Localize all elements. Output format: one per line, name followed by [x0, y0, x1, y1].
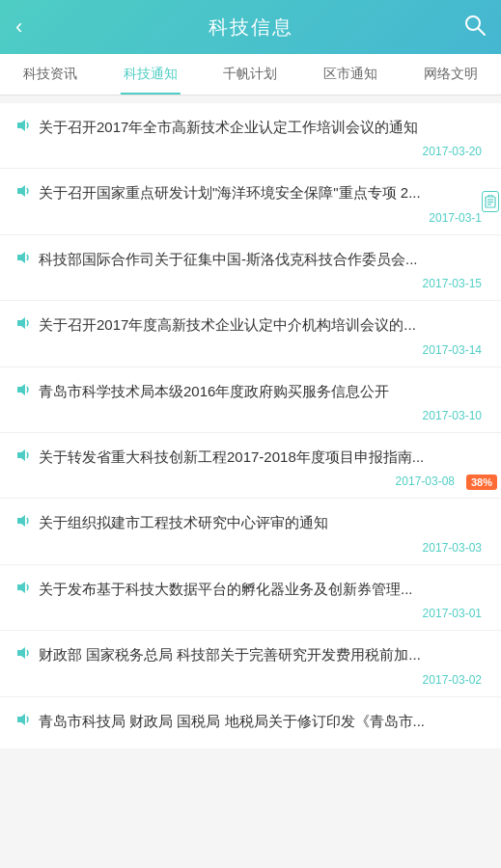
back-button[interactable]: ‹ [15, 16, 22, 38]
svg-marker-14 [17, 647, 25, 659]
news-date-4: 2017-03-10 [15, 409, 486, 422]
app-header: ‹ 科技信息 [0, 0, 501, 54]
news-item-3[interactable]: 关于召开2017年度高新技术企业认定中介机构培训会议的... 2017-03-1… [0, 301, 501, 366]
tab-keji-tongzhi[interactable]: 科技通知 [100, 54, 201, 95]
svg-line-1 [479, 28, 486, 35]
news-item-9[interactable]: 青岛市科技局 财政局 国税局 地税局关于修订印发《青岛市... [0, 697, 501, 748]
speaker-icon-5 [15, 448, 31, 469]
tab-wangluo-wenming[interactable]: 网络文明 [401, 54, 501, 95]
news-title-6: 关于组织拟建市工程技术研究中心评审的通知 [39, 512, 486, 534]
svg-marker-15 [17, 714, 25, 725]
news-date-6: 2017-03-03 [15, 541, 486, 555]
news-title-7: 关于发布基于科技大数据平台的孵化器业务及创新券管理... [39, 579, 486, 601]
svg-marker-8 [17, 252, 25, 263]
svg-marker-13 [17, 582, 25, 593]
svg-marker-3 [17, 185, 25, 197]
news-title-2: 科技部国际合作司关于征集中国-斯洛伐克科技合作委员会... [39, 249, 486, 271]
news-title-5: 关于转发省重大科技创新工程2017-2018年度项目申报指南... [39, 447, 486, 469]
svg-marker-10 [17, 384, 25, 395]
news-item-5[interactable]: 关于转发省重大科技创新工程2017-2018年度项目申报指南... 2017-0… [0, 433, 501, 499]
news-date-3: 2017-03-14 [15, 343, 486, 357]
news-title-8: 财政部 国家税务总局 科技部关于完善研究开发费用税前加... [39, 644, 486, 666]
search-button[interactable] [464, 14, 486, 41]
news-date-1: 2017-03-1 [15, 211, 486, 225]
clipboard-icon-1 [482, 191, 499, 212]
speaker-icon-3 [15, 315, 31, 337]
news-item-4[interactable]: 青岛市科学技术局本级2016年度政府购买服务信息公开 2017-03-10 [0, 367, 501, 433]
svg-marker-2 [17, 120, 25, 131]
tab-keji-zixun[interactable]: 科技资讯 [0, 54, 100, 95]
news-title-3: 关于召开2017年度高新技术企业认定中介机构培训会议的... [39, 314, 486, 337]
news-item-2[interactable]: 科技部国际合作司关于征集中国-斯洛伐克科技合作委员会... 2017-03-15 [0, 235, 501, 301]
news-item-7[interactable]: 关于发布基于科技大数据平台的孵化器业务及创新券管理... 2017-03-01 [0, 565, 501, 631]
news-title-9: 青岛市科技局 财政局 国税局 地税局关于修订印发《青岛市... [39, 711, 486, 733]
news-date-8: 2017-03-02 [15, 673, 486, 687]
tab-qianfan-jihua[interactable]: 千帆计划 [201, 54, 301, 95]
svg-marker-11 [17, 449, 25, 461]
tab-bar: 科技资讯 科技通知 千帆计划 区市通知 网络文明 [0, 54, 501, 95]
news-title-4: 青岛市科学技术局本级2016年度政府购买服务信息公开 [39, 381, 486, 403]
speaker-icon-0 [15, 118, 31, 139]
progress-badge-5: 38% [466, 475, 497, 490]
speaker-icon-1 [15, 183, 31, 204]
speaker-icon-8 [15, 645, 31, 666]
news-item-8[interactable]: 财政部 国家税务总局 科技部关于完善研究开发费用税前加... 2017-03-0… [0, 631, 501, 696]
news-item-1[interactable]: 关于召开国家重点研发计划"海洋环境安全保障"重点专项 2... 2017-03-… [0, 169, 501, 234]
news-item-6[interactable]: 关于组织拟建市工程技术研究中心评审的通知 2017-03-03 [0, 499, 501, 564]
speaker-icon-2 [15, 250, 31, 271]
page-title: 科技信息 [209, 14, 293, 41]
news-date-0: 2017-03-20 [15, 145, 486, 158]
svg-marker-12 [17, 515, 25, 527]
svg-marker-9 [17, 317, 25, 329]
speaker-icon-6 [15, 513, 31, 534]
news-title-0: 关于召开2017年全市高新技术企业认定工作培训会议的通知 [39, 117, 486, 139]
speaker-icon-4 [15, 382, 31, 403]
news-date-7: 2017-03-01 [15, 607, 486, 620]
news-date-2: 2017-03-15 [15, 277, 486, 290]
news-title-1: 关于召开国家重点研发计划"海洋环境安全保障"重点专项 2... [39, 182, 486, 204]
tab-qushi-tongzhi[interactable]: 区市通知 [300, 54, 401, 95]
news-list: 关于召开2017年全市高新技术企业认定工作培训会议的通知 2017-03-20 … [0, 103, 501, 748]
news-item-0[interactable]: 关于召开2017年全市高新技术企业认定工作培训会议的通知 2017-03-20 [0, 103, 501, 169]
speaker-icon-9 [15, 712, 31, 733]
speaker-icon-7 [15, 580, 31, 601]
news-date-5: 2017-03-08 [15, 475, 486, 488]
